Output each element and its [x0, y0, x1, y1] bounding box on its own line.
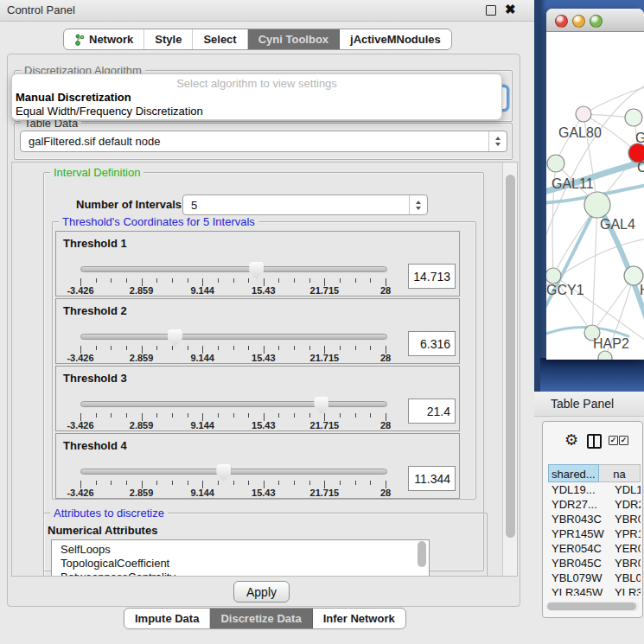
slider-thumb[interactable]: [249, 262, 264, 279]
list-item[interactable]: TopologicalCoefficient: [52, 557, 429, 571]
tick-mark: [188, 413, 188, 418]
tab-network[interactable]: Network: [64, 29, 144, 49]
tab-style[interactable]: Style: [144, 29, 193, 49]
slider-track[interactable]: [80, 469, 387, 475]
tab-cyni-toolbox[interactable]: Cyni Toolbox: [248, 29, 340, 49]
tab-impute-data[interactable]: Impute Data: [124, 609, 210, 628]
horizontal-scrollbar-thumb[interactable]: [547, 603, 636, 610]
tick-mark: [355, 413, 356, 418]
table-data-combobox[interactable]: galFiltered.sif default node: [20, 131, 507, 152]
threshold-value-field[interactable]: 6.316: [408, 331, 456, 356]
tab-discretize-data[interactable]: Discretize Data: [210, 609, 312, 628]
tick-mark: [294, 413, 295, 418]
dropdown-option-manual-discretization[interactable]: Manual Discretization: [16, 91, 131, 104]
network-node[interactable]: [576, 106, 591, 122]
tick-mark: [233, 481, 234, 485]
tick-mark: [111, 346, 112, 350]
float-window-icon[interactable]: [486, 5, 496, 16]
vertical-scrollbar-thumb[interactable]: [506, 175, 515, 538]
network-node[interactable]: [584, 192, 610, 218]
slider-track[interactable]: [80, 266, 387, 272]
slider-thumb[interactable]: [216, 464, 231, 481]
network-node[interactable]: [547, 155, 564, 172]
network-window-titlebar[interactable]: [546, 9, 644, 32]
minimize-button-icon[interactable]: [572, 15, 585, 28]
tab-infer-network[interactable]: Infer Network: [313, 609, 405, 628]
list-item[interactable]: SelfLoops: [52, 543, 429, 557]
slider-track[interactable]: [80, 401, 387, 407]
table-cell[interactable]: YDR27...: [548, 497, 611, 512]
table-row[interactable]: YER054CYER0: [548, 541, 641, 556]
list-scrollbar-thumb[interactable]: [418, 541, 426, 567]
table-row[interactable]: YDR27...YDR2: [548, 497, 641, 512]
network-node[interactable]: [625, 109, 642, 126]
table-row[interactable]: YDL19...YDL1: [548, 482, 641, 497]
tab-jactivemnodules[interactable]: jActiveMNodules: [340, 29, 451, 49]
table-row[interactable]: YBL079WYBL0: [548, 571, 641, 585]
table-cell[interactable]: YBR045C: [548, 556, 611, 571]
tick-mark: [172, 278, 173, 283]
table-cell[interactable]: YLR345W: [548, 585, 611, 596]
tick-mark: [340, 481, 341, 485]
table-row[interactable]: YLR345WYLR3: [548, 585, 641, 596]
network-canvas[interactable]: GAL80GACGAL11GAL4GCY1HHAP2: [546, 32, 644, 360]
settings-scrollpane: Interval Definition Number of Intervals …: [11, 162, 518, 577]
checkbox-icon[interactable]: ✓: [609, 436, 618, 445]
dropdown-option-equal-width[interactable]: Equal Width/Frequency Discretization: [16, 105, 203, 118]
table-cell[interactable]: YBL0: [611, 571, 641, 585]
table-cell[interactable]: YDL1: [611, 482, 641, 497]
threshold-value-field[interactable]: 14.713: [408, 264, 456, 289]
threshold-value-field[interactable]: 21.4: [408, 399, 456, 424]
tab-select[interactable]: Select: [193, 29, 247, 49]
interval-definition-group-title: Interval Definition: [50, 166, 143, 179]
tick-mark: [126, 413, 127, 418]
split-columns-icon[interactable]: [587, 434, 602, 449]
table-row[interactable]: YBR045CYBR0: [548, 556, 641, 571]
table-cell[interactable]: YBR0: [611, 512, 641, 526]
table-cell[interactable]: YBL079W: [548, 571, 611, 585]
threshold-label: Threshold 3: [63, 372, 127, 385]
table-panel-header: Table Panel: [534, 392, 644, 417]
tick-mark: [309, 346, 310, 350]
numerical-attributes-list[interactable]: SelfLoopsTopologicalCoefficientBetweenne…: [51, 539, 430, 577]
table-cell[interactable]: YER0: [611, 541, 641, 556]
table-row[interactable]: YPR145WYPR1: [548, 526, 641, 541]
tick-mark: [370, 481, 371, 485]
threshold-value-field[interactable]: 11.344: [408, 466, 456, 491]
table-cell[interactable]: YDR2: [611, 497, 641, 512]
tick-mark: [218, 346, 219, 350]
table-cell[interactable]: YPR145W: [548, 526, 611, 541]
slider-thumb[interactable]: [314, 397, 328, 414]
table-cell[interactable]: YPR1: [611, 526, 641, 541]
checkbox-icon[interactable]: ✓: [619, 436, 628, 445]
network-node[interactable]: [598, 351, 612, 360]
close-button-icon[interactable]: [555, 15, 568, 28]
close-icon[interactable]: ✖: [505, 2, 516, 17]
table-cell[interactable]: YLR3: [611, 585, 641, 596]
network-node[interactable]: [546, 268, 561, 284]
table-cell[interactable]: YBR0: [611, 556, 641, 571]
tick-mark: [156, 278, 157, 283]
horizontal-scrollbar[interactable]: [546, 602, 639, 611]
vertical-scrollbar[interactable]: [502, 163, 517, 576]
slider-thumb[interactable]: [168, 329, 182, 347]
table-cell[interactable]: YER054C: [548, 541, 611, 556]
list-item[interactable]: BetweennessCentrality: [52, 571, 429, 577]
table-row[interactable]: YBR043CYBR0: [548, 512, 641, 526]
tick-label: -3.426: [67, 488, 93, 498]
tick-label: 28: [380, 353, 391, 363]
table-cell[interactable]: YDL19...: [548, 482, 611, 497]
slider-track[interactable]: [80, 334, 387, 340]
tick-label: 21.715: [310, 353, 340, 363]
threshold-box-threshold-4: Threshold 4-3.4262.8599.14415.4321.71528…: [55, 433, 460, 499]
tick-mark: [126, 481, 127, 485]
table-cell[interactable]: YBR043C: [548, 512, 611, 526]
column-header-shared-name[interactable]: shared...: [548, 464, 599, 482]
dropdown-placeholder-option[interactable]: Select algorithm to view settings: [12, 77, 501, 90]
tick-label: 15.43: [252, 488, 276, 498]
column-header-name[interactable]: na: [599, 464, 641, 482]
gear-icon[interactable]: ⚙: [564, 432, 578, 448]
number-of-intervals-combobox[interactable]: 5: [182, 194, 428, 215]
apply-button[interactable]: Apply: [233, 581, 290, 603]
zoom-button-icon[interactable]: [590, 15, 603, 28]
